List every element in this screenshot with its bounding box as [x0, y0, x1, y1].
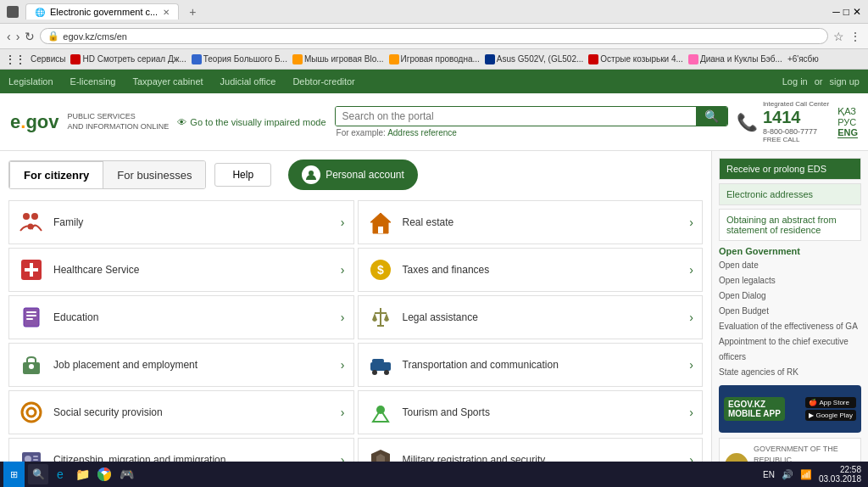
bookmark-mysh[interactable]: Мышь игровая Blo...: [292, 54, 384, 64]
svg-rect-31: [33, 459, 38, 461]
taskbar-ie-icon[interactable]: e: [50, 464, 70, 484]
help-button[interactable]: Help: [214, 163, 271, 187]
tab-businesses[interactable]: For businesses: [103, 161, 205, 188]
extensions-button[interactable]: ⋮: [849, 30, 861, 43]
close-button[interactable]: ✕: [853, 6, 861, 18]
bookmark-diana[interactable]: Диана и Куклы Бэб...: [688, 54, 782, 64]
bookmark-more[interactable]: +6'ясбю: [787, 54, 819, 64]
new-tab-button[interactable]: +: [189, 5, 196, 19]
service-legal[interactable]: Legal assistance ›: [358, 295, 704, 339]
lang-kaz[interactable]: ҚАЗ: [837, 106, 858, 117]
social-label: Social security provision: [53, 406, 332, 418]
maximize-button[interactable]: □: [843, 6, 849, 18]
search-area: 🔍 For example: Address reference: [335, 106, 728, 137]
tab-close-icon[interactable]: ✕: [163, 8, 170, 17]
svg-rect-13: [26, 315, 36, 316]
login-link[interactable]: Log in: [782, 76, 808, 87]
tab-group: For citizenry For businesses: [8, 160, 206, 189]
search-example: For example: Address reference: [335, 128, 728, 137]
taskbar-search-icon[interactable]: 🔍: [28, 464, 48, 484]
free-call-label: FREE CALL: [763, 136, 829, 143]
lang-eng[interactable]: ENG: [837, 127, 858, 138]
account-icon: [302, 165, 320, 184]
service-tourism[interactable]: Tourism and Sports ›: [358, 390, 704, 434]
search-box: 🔍: [335, 106, 728, 126]
transport-icon: [367, 351, 394, 378]
bookmarks-bar: ⋮⋮ Сервисы HD Смотреть сериал Дж... Теор…: [0, 49, 868, 70]
browser-titlebar: 🌐 Electronic government c... ✕ + ─ □ ✕: [0, 0, 868, 24]
logo[interactable]: e . gov: [10, 111, 59, 133]
address-bar[interactable]: 🔒 egov.kz/cms/en: [40, 28, 828, 44]
google-play-badge[interactable]: ▶ Google Play: [805, 410, 856, 421]
browser-tab[interactable]: 🌐 Electronic government c... ✕: [25, 3, 179, 20]
lang-rus[interactable]: РУС: [837, 117, 858, 127]
service-social[interactable]: Social security provision ›: [8, 390, 354, 434]
bookmark-hd[interactable]: HD Смотреть сериал Дж...: [70, 54, 186, 64]
phone-icon: 📞: [737, 112, 758, 132]
eval-effectiveness[interactable]: Evaluation of the effectiveness of GA: [719, 319, 861, 334]
sidebar-eds[interactable]: Receive or prolong EDS: [719, 158, 861, 180]
main-content: For citizenry For businesses Help Person…: [0, 151, 868, 487]
phone-number: 1414: [763, 108, 829, 127]
taskbar-steam-icon[interactable]: 🎮: [116, 464, 136, 484]
open-dialog[interactable]: Open Dialog: [719, 288, 861, 304]
service-family[interactable]: Family ›: [8, 200, 354, 244]
bookmark-teoriya[interactable]: Теория Большого Б...: [192, 54, 287, 64]
sidebar-addresses[interactable]: Electronic addresses: [719, 183, 861, 205]
tab-title: Electronic government c...: [50, 7, 158, 17]
start-button[interactable]: ⊞: [3, 462, 25, 487]
service-education[interactable]: Education ›: [8, 295, 354, 339]
service-realestate[interactable]: Real estate ›: [358, 200, 704, 244]
nav-legislation[interactable]: Legislation: [8, 76, 53, 87]
bookmark-services[interactable]: Сервисы: [31, 54, 65, 64]
apple-store-badge[interactable]: 🍎 App Store: [805, 397, 856, 408]
accessibility-link[interactable]: Go to the visually impaired mode: [190, 117, 326, 127]
app-banner[interactable]: EGOV.KZMOBILE APP 🍎 App Store ▶ Google P…: [719, 385, 861, 433]
apps-icon[interactable]: ⋮⋮: [5, 53, 25, 65]
time-block: 22:58 03.03.2018: [819, 465, 861, 484]
sidebar: Receive or prolong EDS Electronic addres…: [711, 151, 868, 487]
account-label: Personal account: [326, 169, 404, 181]
transport-label: Transportation and communication: [403, 359, 682, 371]
language-selector: ҚАЗ РУС ENG: [837, 106, 858, 138]
legal-label: Legal assistance: [403, 311, 682, 323]
open-budget[interactable]: Open Budget: [719, 304, 861, 319]
chief-exec[interactable]: Appointment to the chief executive offic…: [719, 334, 861, 365]
family-icon: [18, 209, 45, 236]
taskbar-right: EN 🔊 📶 22:58 03.03.2018: [763, 465, 865, 484]
personal-account-button[interactable]: Personal account: [288, 160, 418, 190]
bookmark-asus[interactable]: Asus G502V, (GL502...: [485, 54, 583, 64]
taskbar-icons: 🔍 e 📁 🎮: [25, 464, 140, 484]
nav-judicial[interactable]: Judicial office: [220, 76, 276, 87]
taskbar-folder-icon[interactable]: 📁: [72, 464, 92, 484]
service-job[interactable]: Job placement and employment ›: [8, 343, 354, 387]
open-date[interactable]: Open date: [719, 258, 861, 273]
bookmark-igrovaya[interactable]: Игровая проводна...: [389, 54, 480, 64]
job-label: Job placement and employment: [53, 359, 332, 371]
nav-taxpayer[interactable]: Taxpayer cabinet: [132, 76, 203, 87]
search-button[interactable]: 🔍: [696, 107, 727, 126]
svg-rect-17: [377, 325, 384, 327]
minimize-button[interactable]: ─: [832, 6, 840, 18]
bookmark-button[interactable]: ☆: [833, 30, 844, 43]
nav-elicensing[interactable]: E-licensing: [70, 76, 116, 87]
tab-citizenry[interactable]: For citizenry: [9, 161, 103, 188]
taskbar: ⊞ 🔍 e 📁 🎮 EN 🔊 📶 22:58: [0, 462, 868, 487]
taskbar-chrome-icon[interactable]: [94, 464, 114, 484]
network-icon: 📶: [800, 469, 812, 480]
address-reference-link[interactable]: Address reference: [387, 128, 457, 137]
service-taxes[interactable]: $ Taxes and finances ›: [358, 248, 704, 292]
nav-debtor[interactable]: Debtor-creditor: [292, 76, 354, 87]
search-input[interactable]: [336, 107, 696, 126]
service-transport[interactable]: Transportation and communication ›: [358, 343, 704, 387]
refresh-button[interactable]: ↻: [25, 30, 35, 43]
back-button[interactable]: ‹: [7, 30, 11, 43]
sidebar-abstract[interactable]: Obtaining an abstract from statement of …: [719, 209, 861, 241]
state-agencies-rk[interactable]: State agencies of RK: [719, 365, 861, 380]
service-healthcare[interactable]: Healthcare Service ›: [8, 248, 354, 292]
signup-link[interactable]: sign up: [830, 76, 860, 87]
bookmark-ostrye[interactable]: Острые козырьки 4...: [588, 54, 683, 64]
forward-button[interactable]: ›: [16, 30, 20, 43]
open-legalacts[interactable]: Open legalacts: [719, 273, 861, 288]
current-date: 03.03.2018: [819, 474, 861, 484]
